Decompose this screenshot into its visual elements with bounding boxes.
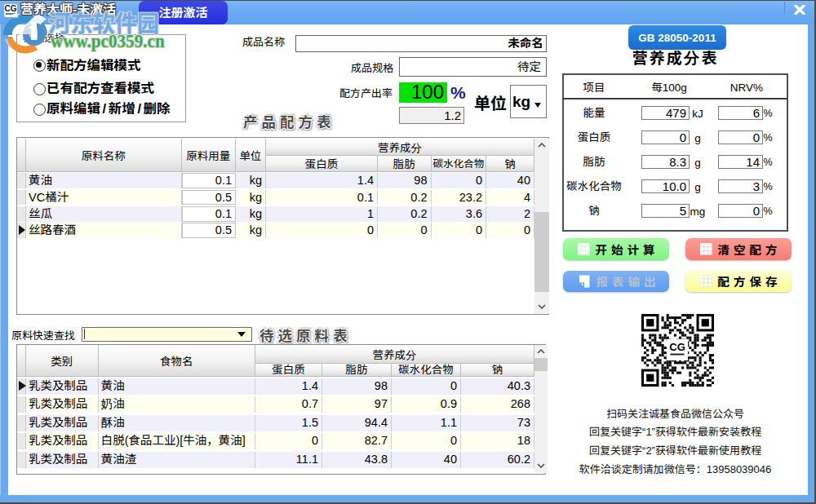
svg-text:CG: CG <box>669 341 685 353</box>
